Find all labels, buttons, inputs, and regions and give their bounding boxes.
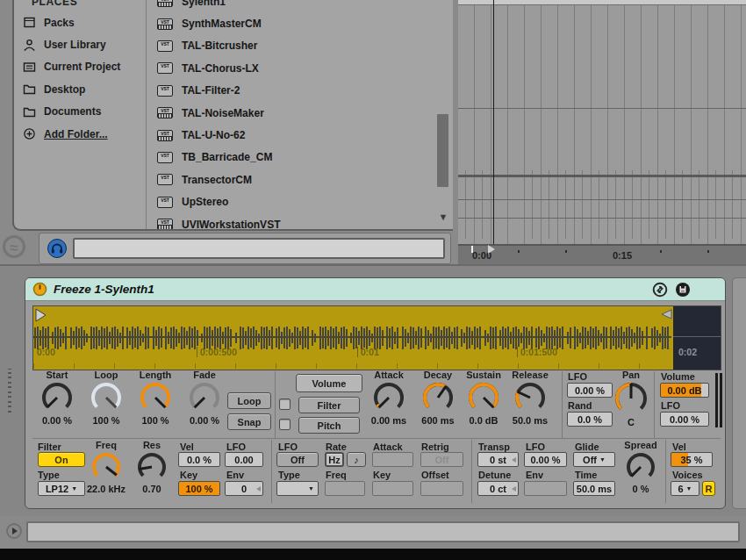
device-title-bar[interactable]: Freeze 1-Sylenth1: [25, 278, 725, 301]
lfo-rate-note-button[interactable]: ♪: [347, 452, 366, 467]
volume-lfo-box[interactable]: 0.00 %: [660, 412, 709, 427]
tab-pitch-envelope[interactable]: Pitch: [298, 417, 360, 434]
plugin-item[interactable]: VST TAL-Bitcrusher: [147, 35, 453, 57]
tab-filter-envelope[interactable]: Filter: [298, 397, 360, 413]
plugin-item[interactable]: VST TAL-NoiseMaker: [147, 102, 453, 124]
lfo-freq-box[interactable]: [325, 481, 365, 496]
chevron-down-icon: ▼: [599, 456, 606, 463]
pitch-lfo-box[interactable]: 0.00 %: [524, 452, 567, 467]
filter-lfo-box[interactable]: 0.00: [225, 452, 263, 467]
lfo-attack-box[interactable]: [372, 452, 413, 467]
loop-knob[interactable]: [90, 381, 123, 414]
detune-box[interactable]: 0 ct: [477, 481, 519, 496]
filter-env-checkbox[interactable]: [279, 398, 291, 410]
sustain-knob[interactable]: [467, 381, 500, 414]
sidebar-item-label: Desktop: [44, 83, 85, 96]
glide-label: Glide: [575, 442, 599, 452]
lfo-type-dropdown[interactable]: ▼: [276, 481, 319, 496]
release-knob[interactable]: [513, 381, 547, 414]
global-vel-box[interactable]: 35 %: [671, 452, 713, 467]
spread-knob[interactable]: [625, 451, 656, 483]
loop-button[interactable]: Loop: [227, 392, 271, 409]
filter-env-label: Env: [226, 470, 244, 480]
sample-waveform-display[interactable]: 0:00 0:00:500 0:01 0:01:500 0:02: [32, 305, 721, 370]
voices-dropdown[interactable]: 6▼: [671, 481, 699, 496]
sidebar-item-user-library[interactable]: User Library: [14, 33, 133, 55]
filter-res-knob[interactable]: [136, 451, 168, 483]
save-preset-icon[interactable]: [675, 282, 691, 298]
fade-control: Fade 0.00 %: [176, 370, 233, 426]
sample-region[interactable]: 0:00 0:00:500 0:01 0:01:500: [33, 306, 673, 370]
decay-knob[interactable]: [421, 381, 455, 414]
sidebar-item-packs[interactable]: Packs: [14, 11, 133, 33]
fade-knob[interactable]: [188, 381, 221, 414]
filter-freq-knob[interactable]: [90, 451, 122, 483]
lfo-offset-box[interactable]: [420, 481, 463, 496]
volume-slider[interactable]: [715, 373, 718, 427]
plugin-item[interactable]: VST Sylenth1: [147, 0, 453, 12]
transpose-box[interactable]: 0 st: [477, 452, 519, 467]
playhead-arrow-icon[interactable]: [488, 245, 495, 254]
filter-type-label: Type: [38, 470, 60, 480]
arrangement-grid-fine: [458, 170, 746, 239]
snap-button[interactable]: Snap: [227, 413, 271, 430]
sidebar-item-add-folder[interactable]: Add Folder...: [14, 123, 133, 145]
hot-swap-icon[interactable]: [652, 282, 668, 298]
loop-control: Loop 100 %: [78, 370, 134, 426]
arrangement-scrub-area[interactable]: [458, 0, 746, 5]
arrangement-view[interactable]: 0:00 0:15: [458, 0, 746, 265]
start-flag-icon[interactable]: [35, 308, 47, 322]
vst-instrument-icon: VST: [157, 130, 173, 141]
filter-vel-box[interactable]: 0.0 %: [178, 452, 220, 467]
lfo-retrig-box[interactable]: Off: [420, 452, 463, 467]
sidebar-item-desktop[interactable]: Desktop: [14, 78, 133, 100]
sidebar-item-label: Documents: [44, 105, 101, 118]
device-activator-power-icon[interactable]: [32, 282, 47, 297]
attack-knob[interactable]: [372, 381, 405, 414]
plugin-item[interactable]: VST UpStereo: [147, 191, 453, 213]
plugin-item[interactable]: VST TB_Barricade_CM: [147, 147, 453, 169]
plugin-item[interactable]: VST SynthMasterCM: [147, 12, 453, 34]
status-expand-button[interactable]: [6, 523, 22, 539]
scrollbar-thumb[interactable]: [437, 114, 448, 187]
tab-volume-envelope[interactable]: Volume: [296, 374, 362, 392]
lfo-key-box[interactable]: [372, 481, 413, 496]
preview-headphones-button[interactable]: [47, 239, 67, 258]
plugin-item[interactable]: VST TransectorCM: [147, 169, 453, 190]
glide-dropdown[interactable]: Off▼: [573, 452, 615, 467]
volume-slider-track[interactable]: [720, 373, 722, 427]
filter-key-box[interactable]: 100 %: [178, 481, 220, 496]
volume-box[interactable]: 0.00 dB: [660, 383, 709, 398]
waveform-time-label: 0:01: [357, 347, 379, 357]
pan-knob[interactable]: [613, 381, 649, 416]
plugin-item[interactable]: VST UVIWorkstationVST: [147, 213, 453, 229]
status-message-bar[interactable]: [26, 521, 740, 542]
sidebar-item-documents[interactable]: Documents: [14, 101, 133, 123]
playhead[interactable]: [493, 0, 494, 244]
plugin-name: TAL-Chorus-LX: [182, 62, 259, 75]
pitch-env-box[interactable]: [524, 481, 567, 496]
vst-effect-icon: VST: [157, 40, 173, 52]
length-knob[interactable]: [139, 381, 172, 414]
voices-retrigger-button[interactable]: R: [702, 481, 715, 496]
device-drag-handle[interactable]: [8, 369, 11, 413]
plugin-item[interactable]: VST TAL-U-No-62: [147, 124, 453, 146]
preview-scrub-bar[interactable]: [73, 238, 445, 259]
sidebar-item-label: User Library: [44, 39, 106, 51]
lfo-rate-hz-button[interactable]: Hz: [325, 452, 344, 467]
pitch-env-checkbox[interactable]: [279, 419, 291, 430]
glide-time-box[interactable]: 50.0 ms: [573, 481, 615, 496]
plugin-item[interactable]: VST TAL-Filter-2: [147, 80, 453, 102]
start-knob[interactable]: [40, 381, 74, 414]
sidebar-item-current-project[interactable]: Current Project: [14, 56, 133, 78]
folder-icon: [23, 105, 36, 118]
places-header: PLACES: [32, 0, 133, 8]
end-marker-icon[interactable]: [660, 309, 672, 319]
beat-time-ruler[interactable]: 0:00 0:15: [458, 244, 746, 265]
lfo-off-button[interactable]: Off: [276, 452, 319, 467]
plugin-item[interactable]: VST TAL-Chorus-LX: [147, 57, 453, 79]
scrollbar-down-icon[interactable]: ▼: [438, 212, 448, 222]
chevron-down-icon: ▼: [308, 485, 314, 492]
filter-env-box[interactable]: 0: [225, 481, 263, 496]
sidebar-item-label: Add Folder...: [44, 128, 108, 140]
